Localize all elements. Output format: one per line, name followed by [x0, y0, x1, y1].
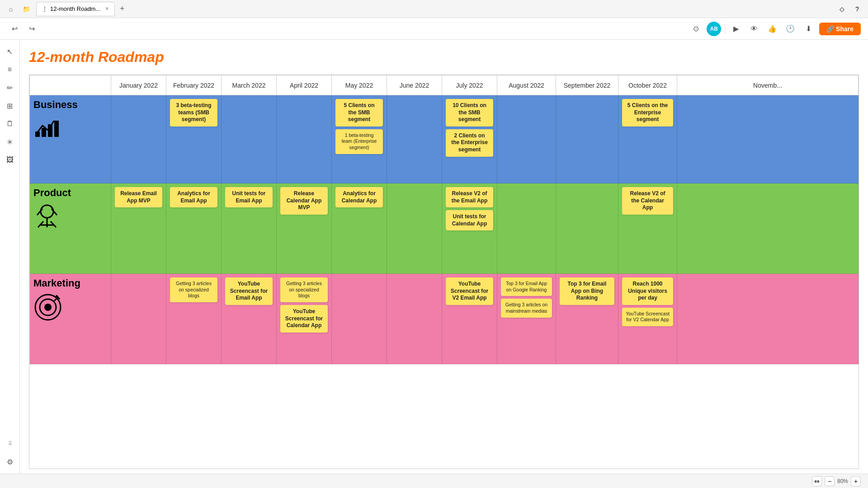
- sticky-note[interactable]: Release Email App MVP: [115, 187, 162, 207]
- sticky-note[interactable]: Unit tests for Calendar App: [446, 210, 493, 230]
- product-jun[interactable]: [387, 183, 442, 274]
- business-jul[interactable]: 10 Clients on the SMB segment 2 Clients …: [442, 95, 497, 183]
- marketing-feb[interactable]: Getting 3 articles on specialized blogs: [166, 274, 222, 364]
- product-icon: [33, 202, 107, 234]
- marketing-jul[interactable]: YouTube Screencast for V2 Email App: [442, 274, 497, 364]
- sticky-note[interactable]: 2 Clients on the Enterprise segment: [446, 129, 493, 157]
- business-mar[interactable]: [222, 95, 277, 183]
- sticky-note[interactable]: 5 Clients on the Enterprise segment: [622, 99, 673, 127]
- browser-nav: ⌂ 📁: [5, 3, 33, 15]
- sidebar-note-tool[interactable]: 🗒: [3, 117, 17, 131]
- sticky-note[interactable]: 3 beta-testing teams (SMB segment): [170, 99, 217, 127]
- help-button[interactable]: ?: [851, 3, 863, 15]
- sidebar-compass-tool[interactable]: ✳: [3, 135, 17, 149]
- timer-button[interactable]: 🕐: [783, 22, 797, 36]
- sticky-note[interactable]: YouTube Screencast for V2 Email App: [446, 277, 493, 305]
- business-aug[interactable]: [497, 95, 556, 183]
- header-jul: July 2022: [442, 75, 497, 95]
- marketing-may[interactable]: [332, 274, 387, 364]
- zoom-level: 80%: [837, 478, 848, 484]
- diamond-icon-button[interactable]: ◇: [835, 3, 848, 15]
- product-feb[interactable]: Analytics for Email App: [166, 183, 222, 274]
- tab-title: 12-month Roadm...: [50, 5, 100, 12]
- sticky-note[interactable]: YouTube Screencast for Email App: [225, 277, 273, 305]
- product-jan[interactable]: Release Email App MVP: [111, 183, 166, 274]
- sidebar-text-tool[interactable]: ≡: [3, 62, 17, 77]
- business-jan[interactable]: [111, 95, 166, 183]
- sticky-note[interactable]: 5 Clients on the SMB segment: [335, 99, 383, 127]
- sticky-note[interactable]: Analytics for Calendar App: [335, 187, 383, 207]
- business-jun[interactable]: [387, 95, 442, 183]
- sticky-note[interactable]: Release Calendar App MVP: [280, 187, 328, 215]
- sidebar-grid-tool[interactable]: ⠿: [3, 436, 17, 451]
- zoom-out-button[interactable]: −: [825, 476, 835, 486]
- download-button[interactable]: ⬇: [801, 22, 816, 36]
- sticky-note[interactable]: Top 3 for Email App on Bing Ranking: [560, 277, 614, 305]
- sidebar-table-tool[interactable]: ⊞: [3, 99, 17, 113]
- marketing-aug[interactable]: Top 3 for Email App on Google Ranking Ge…: [497, 274, 556, 364]
- svg-rect-3: [54, 121, 59, 137]
- product-sep[interactable]: [556, 183, 618, 274]
- product-may[interactable]: Analytics for Calendar App: [332, 183, 387, 274]
- tab-close-button[interactable]: ✕: [105, 6, 109, 12]
- sticky-note[interactable]: Reach 1000 Unique visitors per day: [622, 277, 673, 305]
- marketing-label-cell: Marketing: [30, 274, 111, 364]
- tab-bar: ⋮ 12-month Roadm... ✕ +: [36, 2, 832, 16]
- marketing-mar[interactable]: YouTube Screencast for Email App: [222, 274, 277, 364]
- sticky-note[interactable]: 10 Clients on the SMB segment: [446, 99, 493, 127]
- product-jul[interactable]: Release V2 of the Email App Unit tests f…: [442, 183, 497, 274]
- product-aug[interactable]: [497, 183, 556, 274]
- sticky-note[interactable]: Getting 3 articles on mainstream medias: [501, 299, 552, 317]
- sticky-note[interactable]: Analytics for Email App: [170, 187, 217, 207]
- sticky-note[interactable]: Release V2 of the Email App: [446, 187, 493, 207]
- view-button[interactable]: 👁: [747, 22, 761, 36]
- business-nov[interactable]: [677, 95, 859, 183]
- active-tab[interactable]: ⋮ 12-month Roadm... ✕: [36, 2, 115, 16]
- product-oct[interactable]: Release V2 of the Calendar App: [618, 183, 677, 274]
- sidebar-settings-tool[interactable]: ⚙: [3, 455, 17, 469]
- share-button[interactable]: 🔗 Share: [819, 23, 861, 35]
- marketing-nov[interactable]: [677, 274, 859, 364]
- present-button[interactable]: ▶: [729, 22, 743, 36]
- redo-button[interactable]: ↪: [24, 22, 39, 36]
- files-button[interactable]: 📁: [20, 3, 33, 15]
- marketing-jan[interactable]: [111, 274, 166, 364]
- undo-button[interactable]: ↩: [7, 22, 22, 36]
- product-label-cell: Product: [30, 183, 111, 274]
- business-oct[interactable]: 5 Clients on the Enterprise segment: [618, 95, 677, 183]
- sticky-note[interactable]: 1 beta-testing team (Enterprise segment): [335, 129, 383, 154]
- sticky-note[interactable]: Getting 3 articles on specialized blogs: [280, 277, 328, 302]
- marketing-oct[interactable]: Reach 1000 Unique visitors per day YouTu…: [618, 274, 677, 364]
- business-feb[interactable]: 3 beta-testing teams (SMB segment): [166, 95, 222, 183]
- header-row: January 2022 February 2022 March 2022 Ap…: [30, 75, 859, 95]
- target-button[interactable]: ⊙: [689, 22, 703, 36]
- marketing-jun[interactable]: [387, 274, 442, 364]
- sticky-note[interactable]: YouTube Screencast for Calendar App: [280, 305, 328, 333]
- sidebar-image-tool[interactable]: 🖼: [3, 153, 17, 167]
- fit-zoom-button[interactable]: ⇔: [812, 476, 822, 486]
- home-button[interactable]: ⌂: [5, 3, 17, 15]
- like-button[interactable]: 👍: [765, 22, 779, 36]
- content-area: 12-month Roadmap: [20, 40, 868, 474]
- sticky-note[interactable]: YouTube Screencast for V2 Calendar App: [622, 308, 673, 326]
- marketing-row: Marketing: [30, 274, 859, 364]
- business-icon: [33, 114, 107, 143]
- sticky-note[interactable]: Release V2 of the Calendar App: [622, 187, 673, 215]
- sticky-note[interactable]: Getting 3 articles on specialized blogs: [170, 277, 217, 302]
- sticky-note[interactable]: Top 3 for Email App on Google Ranking: [501, 277, 552, 296]
- svg-point-13: [44, 304, 52, 311]
- product-nov[interactable]: [677, 183, 859, 274]
- marketing-apr[interactable]: Getting 3 articles on specialized blogs …: [277, 274, 332, 364]
- business-sep[interactable]: [556, 95, 618, 183]
- zoom-in-button[interactable]: +: [851, 476, 861, 486]
- new-tab-button[interactable]: +: [117, 4, 127, 14]
- sticky-note[interactable]: Unit tests for Email App: [225, 187, 273, 207]
- business-may[interactable]: 5 Clients on the SMB segment 1 beta-test…: [332, 95, 387, 183]
- header-feb: February 2022: [166, 75, 222, 95]
- business-apr[interactable]: [277, 95, 332, 183]
- product-mar[interactable]: Unit tests for Email App: [222, 183, 277, 274]
- marketing-sep[interactable]: Top 3 for Email App on Bing Ranking: [556, 274, 618, 364]
- sidebar-pen-tool[interactable]: ✏: [3, 80, 17, 95]
- product-apr[interactable]: Release Calendar App MVP: [277, 183, 332, 274]
- sidebar-select-tool[interactable]: ↖: [3, 44, 17, 59]
